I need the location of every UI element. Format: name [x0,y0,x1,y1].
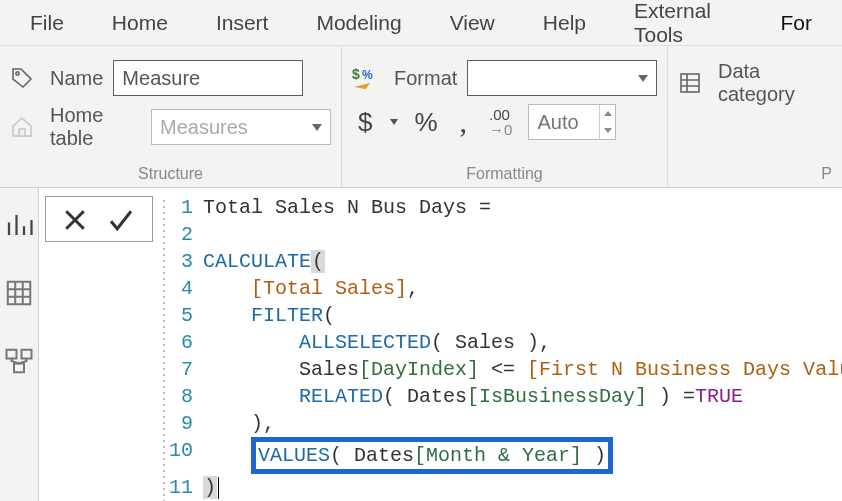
formula-commit-bar [45,196,153,242]
code-line: 4 [Total Sales], [169,275,842,302]
code-line: 5 FILTER( [169,302,842,329]
svg-rect-6 [22,350,32,359]
menu-help[interactable]: Help [519,1,610,45]
line-number: 11 [169,474,203,501]
properties-group-label: P [678,161,832,185]
line-number: 2 [169,221,203,248]
format-icon: $ % [352,65,378,91]
name-label: Name [50,67,103,90]
ribbon: Name Home table Measures Structure [0,46,842,188]
formula-resize-handle[interactable] [159,198,169,501]
svg-text:$: $ [352,66,360,82]
decimal-places-spinner[interactable] [528,104,616,140]
table-icon [4,278,34,308]
percent-button[interactable]: % [408,109,443,135]
chevron-down-icon [638,75,648,82]
code-line-content[interactable]: Sales[DayIndex] <= [First N Business Day… [203,356,842,383]
code-line-content[interactable]: FILTER( [203,302,335,329]
bar-chart-icon [4,210,34,240]
thousands-separator-button[interactable]: , [454,107,474,137]
close-icon [60,205,90,235]
code-line-content[interactable]: RELATED( Dates[IsBusinessDay] ) =TRUE [203,383,743,410]
code-line: 2 [169,221,842,248]
data-view-button[interactable] [0,274,38,312]
model-view-button[interactable] [0,342,38,380]
report-view-button[interactable] [0,206,38,244]
line-number: 8 [169,383,203,410]
svg-rect-5 [7,350,17,359]
menu-modeling[interactable]: Modeling [292,1,425,45]
line-number: 6 [169,329,203,356]
home-table-icon [10,115,34,139]
line-number: 1 [169,194,203,221]
svg-rect-4 [8,282,31,305]
view-switcher [0,188,39,501]
check-icon [104,205,138,235]
decimal-places-input[interactable] [529,111,599,134]
chevron-down-icon [390,119,398,125]
ribbon-group-structure: Name Home table Measures Structure [0,46,342,187]
decrease-decimal-button[interactable]: .00 →0 [483,107,518,137]
workspace: 1Total Sales N Bus Days = 23CALCULATE(4 … [0,188,842,501]
structure-group-label: Structure [10,161,331,185]
line-number: 10 [169,437,203,474]
code-line-content[interactable]: VALUES( Dates[Month & Year] ) [203,437,613,474]
line-number: 9 [169,410,203,437]
dax-editor[interactable]: 1Total Sales N Bus Days = 23CALCULATE(4 … [169,188,842,501]
model-icon [4,346,34,376]
svg-rect-7 [14,364,24,373]
line-number: 4 [169,275,203,302]
text-cursor [218,477,219,499]
format-label: Format [394,67,457,90]
code-line-content[interactable]: ALLSELECTED( Sales ), [203,329,551,356]
code-line: 7 Sales[DayIndex] <= [First N Business D… [169,356,842,383]
code-line: 3CALCULATE( [169,248,842,275]
code-line: 6 ALLSELECTED( Sales ), [169,329,842,356]
menu-home[interactable]: Home [88,1,192,45]
highlighted-expression: VALUES( Dates[Month & Year] ) [251,437,613,474]
code-line-content[interactable]: CALCULATE( [203,248,325,275]
code-line: 11) [169,474,842,501]
svg-text:%: % [362,68,373,82]
ribbon-group-formatting: $ % Format $ % , .00 →0 [342,46,668,187]
code-line: 10 VALUES( Dates[Month & Year] ) [169,437,842,474]
tag-icon [10,66,34,90]
commit-button[interactable] [104,205,138,235]
data-category-icon [678,71,702,95]
spinner-down-button[interactable] [599,122,615,139]
line-number: 5 [169,302,203,329]
format-combo[interactable] [467,60,657,96]
spinner-up-button[interactable] [599,105,615,122]
home-table-combo[interactable]: Measures [151,109,331,145]
code-line: 9 ), [169,410,842,437]
chevron-down-icon [312,124,322,131]
menubar: File Home Insert Modeling View Help Exte… [0,0,842,46]
svg-point-0 [16,72,19,75]
formula-bar: 1Total Sales N Bus Days = 23CALCULATE(4 … [39,188,842,501]
code-line: 1Total Sales N Bus Days = [169,194,842,221]
name-input[interactable] [113,60,303,96]
data-category-label: Data category [718,60,832,106]
code-line-content[interactable]: [Total Sales], [203,275,419,302]
decimal-sub: →0 [489,121,512,138]
ribbon-group-properties: Data category P [668,46,842,187]
code-line-content[interactable]: ) [203,474,219,501]
menu-view[interactable]: View [426,1,519,45]
cancel-button[interactable] [60,205,90,235]
menu-file[interactable]: File [6,1,88,45]
menu-format[interactable]: For [757,1,837,45]
code-line-content[interactable]: Total Sales N Bus Days = [203,194,503,221]
svg-rect-3 [681,74,699,92]
home-table-value: Measures [160,116,248,139]
menu-insert[interactable]: Insert [192,1,293,45]
formatting-group-label: Formatting [352,161,657,185]
currency-button[interactable]: $ [352,109,378,135]
line-number: 7 [169,356,203,383]
code-line: 8 RELATED( Dates[IsBusinessDay] ) =TRUE [169,383,842,410]
line-number: 3 [169,248,203,275]
home-table-label: Home table [50,104,141,150]
code-line-content[interactable]: ), [203,410,275,437]
